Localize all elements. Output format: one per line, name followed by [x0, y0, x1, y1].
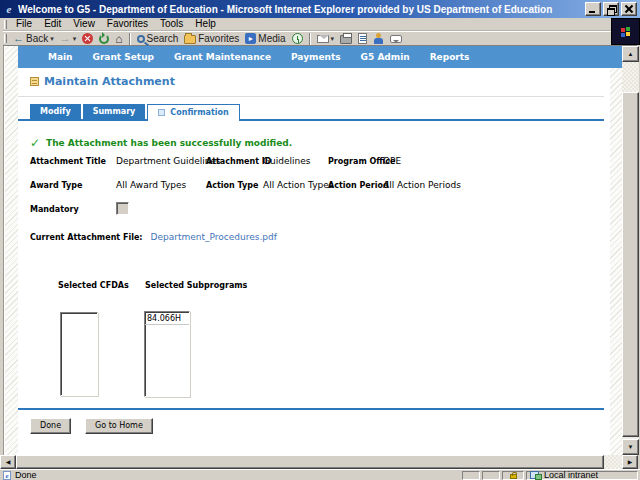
menu-view[interactable]: View	[67, 18, 101, 30]
tab-confirmation[interactable]: Confirmation	[147, 104, 239, 121]
attachment-file-link[interactable]: Department_Procedures.pdf	[151, 232, 277, 242]
program-office-value: OPE	[383, 156, 604, 166]
discuss-button[interactable]	[387, 32, 405, 46]
favorites-icon	[184, 35, 196, 44]
menu-tools[interactable]: Tools	[154, 18, 189, 30]
page-margin-right	[610, 68, 622, 455]
tab-confirmation-label: Confirmation	[170, 105, 228, 120]
home-icon: ⌂	[115, 33, 122, 45]
nav-payments[interactable]: Payments	[291, 52, 341, 62]
back-dropdown-icon[interactable]: ▾	[50, 35, 54, 43]
stop-button[interactable]	[79, 32, 96, 46]
go-to-home-button[interactable]: Go to Home	[85, 418, 153, 434]
vertical-scroll-thumb[interactable]	[622, 92, 639, 437]
refresh-button[interactable]	[96, 32, 112, 46]
media-button[interactable]: ▸ Media	[242, 32, 288, 46]
done-button[interactable]: Done	[30, 418, 71, 434]
back-button[interactable]: ← Back ▾	[10, 32, 57, 46]
discuss-icon	[390, 35, 402, 43]
toolbar-separator	[309, 33, 311, 45]
page-margin-left	[5, 46, 18, 455]
scroll-track[interactable]	[604, 455, 622, 469]
mandatory-label: Mandatory	[30, 202, 116, 214]
horizontal-scrollbar[interactable]: ◀ ▶	[0, 455, 640, 469]
back-label: Back	[26, 33, 48, 44]
nav-grant-maintenance[interactable]: Grant Maintenance	[174, 52, 271, 62]
favorites-button[interactable]: Favorites	[181, 32, 242, 46]
vertical-scrollbar[interactable]: ▲ ▼	[622, 46, 639, 455]
edit-button[interactable]	[355, 32, 370, 46]
ie-logo-icon: e	[3, 3, 15, 15]
action-type-label: Action Type	[206, 181, 263, 190]
nav-reports[interactable]: Reports	[430, 52, 470, 62]
attachment-file-row: Current Attachment File: Department_Proc…	[18, 232, 277, 242]
title-divider	[18, 96, 604, 97]
footer-divider	[18, 408, 604, 410]
window-border	[0, 46, 4, 455]
refresh-icon	[99, 34, 109, 44]
media-label: Media	[258, 33, 285, 44]
zone-pane: Local intranet	[526, 471, 638, 480]
restore-button[interactable]	[603, 2, 619, 16]
page-doc-icon: e	[3, 471, 11, 480]
subprogram-list-item[interactable]: 84.066H	[145, 312, 189, 325]
search-icon	[137, 35, 145, 43]
horizontal-scroll-thumb[interactable]	[16, 455, 604, 469]
menu-edit[interactable]: Edit	[38, 18, 67, 30]
attachment-title-value: Department Guidelines	[116, 156, 206, 166]
forward-dropdown-icon[interactable]: ▾	[73, 35, 77, 43]
award-type-label: Award Type	[30, 181, 116, 190]
history-icon	[292, 33, 303, 44]
intranet-zone-icon	[530, 471, 541, 479]
scroll-up-button[interactable]: ▲	[622, 46, 639, 62]
windows-flag-icon	[621, 28, 625, 32]
window-title: Welcome to G5 - Department of Education …	[18, 4, 585, 15]
menu-help[interactable]: Help	[189, 18, 222, 30]
selected-cfdas-listbox[interactable]	[60, 312, 98, 396]
success-message: The Attachment has been successfully mod…	[46, 138, 292, 148]
close-button[interactable]	[621, 2, 637, 16]
messenger-icon	[373, 33, 384, 44]
search-button[interactable]: Search	[134, 32, 182, 46]
minimize-button[interactable]	[585, 2, 601, 16]
mail-dropdown-icon[interactable]: ▾	[331, 35, 335, 43]
scroll-down-button[interactable]: ▼	[622, 439, 639, 455]
nav-g5-admin[interactable]: G5 Admin	[361, 52, 410, 62]
edit-icon	[358, 33, 367, 44]
menu-bar: File Edit View Favorites Tools Help	[3, 18, 637, 31]
tab-summary[interactable]: Summary	[83, 104, 146, 119]
print-icon	[340, 35, 352, 44]
mail-button[interactable]: ▾	[314, 32, 338, 46]
title-bar: e Welcome to G5 - Department of Educatio…	[0, 0, 640, 18]
toolbar-grip[interactable]	[4, 34, 7, 43]
action-period-value: All Action Periods	[383, 180, 604, 190]
toolbar: ← Back ▾ → ▾ ⌂ Search Favorites ▸ Media …	[3, 31, 637, 46]
page-title-icon	[30, 77, 39, 86]
scroll-left-button[interactable]: ◀	[0, 455, 16, 469]
mandatory-checkbox[interactable]	[116, 202, 129, 215]
nav-main[interactable]: Main	[48, 52, 73, 62]
selected-subprograms-listbox[interactable]: 84.066H	[144, 311, 190, 397]
tabs-row: Modify Summary Confirmation	[18, 102, 604, 121]
menu-favorites[interactable]: Favorites	[101, 18, 154, 30]
scroll-right-button[interactable]: ▶	[622, 455, 638, 469]
back-arrow-icon: ←	[13, 33, 24, 44]
menu-file[interactable]: File	[10, 18, 38, 30]
status-text: Done	[15, 471, 37, 480]
history-button[interactable]	[289, 32, 306, 46]
selected-cfdas-label: Selected CFDAs	[58, 281, 129, 290]
tab-modify[interactable]: Modify	[30, 104, 81, 119]
toolbar-separator	[129, 33, 131, 45]
nav-grant-setup[interactable]: Grant Setup	[93, 52, 154, 62]
menu-grip[interactable]	[4, 20, 7, 29]
mandatory-row: Mandatory	[18, 202, 129, 215]
print-button[interactable]	[337, 32, 355, 46]
forward-button[interactable]: → ▾	[57, 32, 80, 46]
tab-page-icon	[158, 109, 165, 116]
messenger-button[interactable]	[370, 32, 387, 46]
security-pane	[502, 471, 524, 480]
page-title-row: Maintain Attachment	[30, 75, 175, 88]
main-nav-bar: Main Grant Setup Grant Maintenance Payme…	[18, 46, 622, 68]
home-button[interactable]: ⌂	[112, 32, 125, 46]
field-row-1: Attachment Title Department Guidelines A…	[18, 156, 604, 166]
